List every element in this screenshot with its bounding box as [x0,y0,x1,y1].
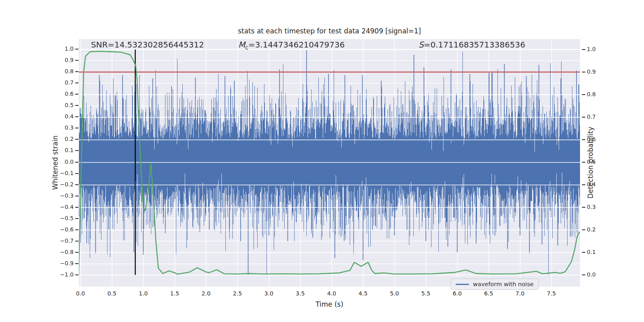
y-tick-label-left: −1.0 [50,271,74,278]
y-tick-mark-right [582,252,585,253]
y-tick-mark-right [582,207,585,208]
y-tick-mark-left [75,83,78,83]
y-tick-label-left: −0.9 [50,260,74,266]
x-tick-label: 5.5 [414,290,438,297]
x-tick-label: 6.5 [477,290,501,297]
y-tick-mark-right [582,139,585,140]
y-tick-mark-left [75,162,78,163]
y-tick-label-left: 0.4 [50,113,74,120]
y-tick-label-left: 0.5 [50,102,74,108]
annotation-significance: S=0.17116835713386536 [419,40,525,50]
x-tick-label: 7.5 [539,290,564,297]
significance-symbol: S [419,40,424,50]
legend-line-sample [456,284,469,285]
y-tick-mark-left [75,139,78,140]
y-tick-label-left: 0.7 [50,79,74,86]
x-tick-label: 0.5 [100,290,124,297]
plot-canvas [79,39,580,287]
y-tick-mark-left [75,263,78,264]
x-tick-label: 2.0 [194,290,218,297]
y-tick-mark-right [582,49,585,50]
chirp-mass-value: =3.1447346210479736 [248,40,345,50]
legend: waveform with noise [451,279,539,290]
y-tick-mark-left [75,105,78,106]
y-tick-label-left: 0.6 [50,91,74,97]
y-tick-mark-right [582,162,585,163]
x-tick-label: 2.5 [225,290,250,297]
y-tick-mark-left [75,229,78,230]
x-tick-label: 1.0 [131,290,155,297]
chart-title: stats at each timestep for test data 249… [79,27,580,35]
y-tick-label-right: 0.0 [587,271,611,278]
y-tick-mark-left [75,241,78,242]
y-tick-label-left: 0.9 [50,57,74,63]
y-tick-label-left: 0.3 [50,124,74,131]
y-tick-label-left: −0.4 [50,204,74,210]
y-tick-mark-right [582,229,585,230]
y-tick-mark-left [75,196,78,196]
figure: stats at each timestep for test data 249… [0,0,644,322]
y-tick-label-left: −0.5 [50,215,74,221]
y-tick-label-left: 0.8 [50,68,74,74]
x-tick-label: 5.0 [382,290,407,297]
y-tick-mark-left [75,116,78,117]
y-tick-mark-right [582,184,585,185]
y-tick-label-right: 0.4 [587,181,611,188]
y-tick-label-right: 0.5 [587,159,611,165]
y-tick-mark-right [582,117,585,118]
y-tick-label-left: −0.3 [50,192,74,199]
y-tick-mark-left [75,207,78,208]
x-tick-label: 7.0 [508,290,532,297]
annotation-snr: SNR=14.532302856445312 [91,40,204,50]
x-tick-label: 4.0 [320,290,344,297]
y-tick-mark-left [75,275,78,275]
y-tick-label-left: −0.2 [50,181,74,188]
y-tick-mark-right [582,94,585,95]
y-tick-mark-left [75,184,78,185]
y-tick-mark-left [75,49,78,50]
x-tick-label: 4.5 [351,290,375,297]
y-tick-label-left: −0.7 [50,237,74,244]
y-tick-label-left: −0.1 [50,170,74,176]
chirp-mass-symbol: M [238,40,245,50]
y-tick-label-left: 0.2 [50,136,74,142]
y-tick-mark-left [75,173,78,174]
annotation-chirp-mass: Mc=3.1447346210479736 [238,40,345,51]
y-tick-label-right: 0.7 [587,114,611,120]
y-tick-mark-left [75,218,78,219]
y-tick-mark-left [75,71,78,72]
y-tick-mark-left [75,128,78,128]
x-tick-label: 6.0 [445,290,469,297]
legend-label: waveform with noise [473,281,534,287]
y-tick-label-left: −0.6 [50,226,74,233]
y-tick-mark-left [75,94,78,95]
x-tick-label: 3.0 [257,290,281,297]
y-tick-label-right: 0.2 [587,226,611,233]
y-tick-label-right: 1.0 [587,46,611,52]
x-axis-label: Time (s) [79,300,580,308]
y-tick-label-right: 0.6 [587,136,611,142]
x-tick-label: 3.5 [288,290,312,297]
chirp-mass-subscript: c [245,44,248,51]
y-tick-mark-left [75,150,78,151]
y-tick-label-left: 0.0 [50,159,74,165]
y-tick-label-left: −0.8 [50,249,74,255]
y-tick-label-right: 0.8 [587,91,611,97]
y-tick-label-left: 0.1 [50,147,74,153]
y-tick-label-right: 0.1 [587,249,611,255]
y-tick-mark-left [75,60,78,61]
y-tick-label-right: 0.9 [587,68,611,75]
y-tick-label-left: 1.0 [50,45,74,52]
y-tick-mark-left [75,252,78,253]
x-tick-label: 1.5 [163,290,187,297]
y-tick-label-right: 0.3 [587,204,611,210]
y-tick-mark-right [582,72,585,72]
significance-value: =0.17116835713386536 [424,40,525,50]
x-tick-label: 0.0 [68,290,93,297]
y-tick-mark-right [582,275,585,275]
